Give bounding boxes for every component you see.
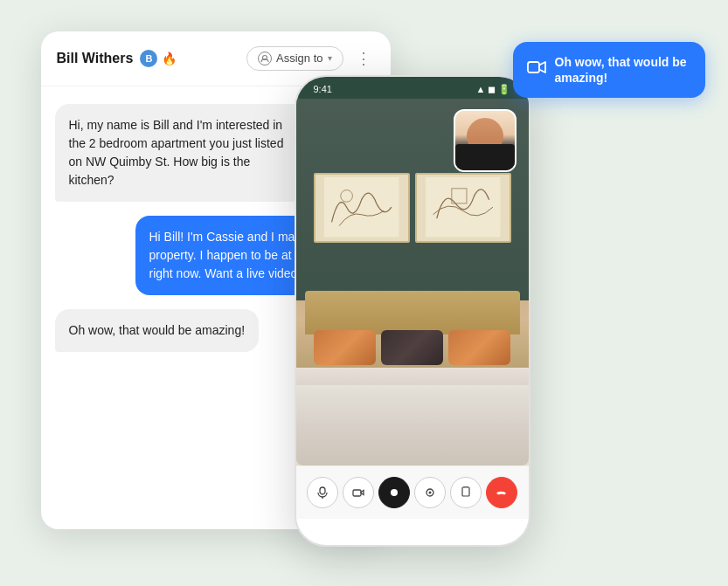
status-icons: ▲ ◼ 🔋 [476, 84, 511, 95]
svg-rect-3 [426, 177, 500, 237]
avatar-shirt [455, 144, 515, 170]
duvet [296, 368, 529, 465]
header-actions: Assign to ▾ ⋮ [246, 45, 374, 72]
message-1: Hi, my name is Bill and I'm interested i… [55, 104, 312, 202]
message-3: Oh wow, that would be amazing! [55, 309, 260, 352]
scene: Bill Withers B 🔥 Assign to ▾ ⋮ Hi, my na… [24, 23, 705, 564]
effects-button[interactable] [414, 477, 446, 508]
pillow-left [314, 330, 376, 365]
duvet-fold [296, 368, 529, 385]
more-options-button[interactable]: ⋮ [352, 45, 375, 72]
phone-frame: 9:41 ▲ ◼ 🔋 [295, 75, 530, 547]
bed-area [296, 291, 529, 465]
notification-text: Oh wow, that would be amazing! [555, 54, 691, 86]
camera-button[interactable] [343, 477, 374, 508]
badge-b: B [140, 50, 157, 67]
headboard [305, 291, 520, 334]
video-camera-icon [527, 60, 546, 79]
mic-button[interactable] [307, 477, 338, 508]
fire-badge: 🔥 [162, 52, 177, 65]
phone-controls [296, 465, 529, 519]
pillow-right [448, 330, 510, 365]
avatar-person [455, 111, 515, 170]
chevron-down-icon: ▾ [328, 53, 332, 63]
pillow-center [381, 330, 443, 365]
art-frames [314, 173, 511, 243]
end-call-button[interactable] [486, 477, 517, 508]
svg-rect-12 [528, 62, 539, 72]
phone-video-area [296, 99, 529, 465]
more-icon: ⋮ [356, 49, 371, 68]
assign-to-button[interactable]: Assign to ▾ [246, 46, 343, 71]
status-time: 9:41 [314, 84, 332, 94]
caller-avatar [454, 109, 517, 172]
record-button[interactable] [378, 477, 410, 508]
svg-point-8 [391, 489, 398, 496]
svg-point-10 [429, 491, 432, 493]
notification-bubble: Oh wow, that would be amazing! [513, 42, 705, 98]
assign-label: Assign to [276, 52, 322, 65]
art-frame-left [314, 173, 410, 243]
pillow-row [314, 330, 511, 365]
svg-rect-1 [324, 177, 399, 237]
phone-status-bar: 9:41 ▲ ◼ 🔋 [296, 77, 529, 99]
assign-icon [258, 52, 272, 65]
contact-name: Bill Withers [57, 51, 134, 66]
svg-rect-7 [353, 490, 361, 496]
svg-rect-11 [462, 487, 469, 496]
svg-rect-5 [320, 487, 325, 494]
art-frame-right [415, 173, 511, 243]
share-button[interactable] [450, 477, 482, 508]
